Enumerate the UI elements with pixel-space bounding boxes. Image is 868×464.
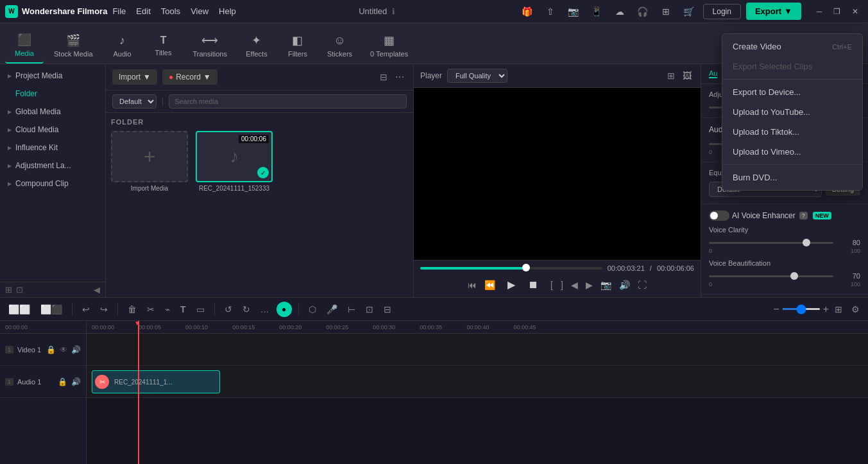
tl-split-button[interactable]: ⬜⬛	[37, 302, 65, 316]
tl-split2-button[interactable]: ⊢	[345, 302, 359, 316]
tl-speed-button[interactable]: ⌁	[162, 302, 173, 316]
toolbar-transitions[interactable]: ⟷ Transitions	[185, 28, 235, 64]
tl-zoom-slider[interactable]	[782, 308, 821, 310]
fullscreen-button[interactable]: ⛶	[636, 278, 649, 292]
sidebar-item-project-media[interactable]: ▶ Project Media	[0, 67, 105, 85]
panel-view-icon[interactable]: ⊡	[16, 285, 23, 295]
dd-create-video[interactable]: Create Video Ctrl+E	[722, 37, 862, 56]
menu-view[interactable]: View	[191, 6, 208, 16]
export-button[interactable]: Export ▼	[746, 3, 801, 20]
track-audio-lock-icon[interactable]: 🔒	[58, 377, 67, 386]
cloud-icon[interactable]: ☁	[611, 3, 629, 21]
media-filter-icon[interactable]: ⊟	[377, 69, 390, 85]
snapshot-button[interactable]: 📷	[599, 278, 613, 292]
record-button[interactable]: ● Record ▼	[162, 69, 217, 85]
tl-marker-button[interactable]: ⬡	[305, 302, 319, 316]
toolbar-stickers[interactable]: ☺ Stickers	[319, 28, 360, 64]
tl-subtitle-button[interactable]: ⊟	[380, 302, 395, 316]
mobile-icon[interactable]: 📱	[588, 3, 606, 21]
tl-delete-button[interactable]: 🗑	[124, 302, 140, 316]
sidebar-item-cloud-media[interactable]: ▶ Cloud Media	[0, 121, 105, 139]
dd-upload-vimeo[interactable]: Upload to Vimeo...	[722, 142, 862, 162]
sidebar-item-folder[interactable]: Folder	[0, 85, 105, 103]
sidebar-item-influence-kit[interactable]: ▶ Influence Kit	[0, 139, 105, 157]
voice-clarity-slider[interactable]	[709, 242, 833, 244]
prev-clip-button[interactable]: ◀	[569, 278, 580, 292]
mark-out-button[interactable]: ]	[559, 278, 565, 292]
prev-frame-button[interactable]: ⏮	[466, 278, 479, 292]
tl-pip-button[interactable]: ⊡	[362, 302, 377, 316]
menu-help[interactable]: Help	[219, 6, 236, 16]
tl-grid-toggle-button[interactable]: ⊞	[831, 302, 846, 316]
tl-crop-button[interactable]: ▭	[193, 302, 208, 316]
minimize-button[interactable]: ─	[812, 4, 827, 19]
progress-handle[interactable]	[522, 264, 530, 271]
tl-record-circle[interactable]: ●	[277, 302, 292, 317]
tl-text-button[interactable]: T	[177, 302, 189, 316]
play-button[interactable]: ▶	[505, 276, 518, 293]
tl-zoom-in-button[interactable]: +	[823, 304, 829, 315]
tl-flip-button[interactable]: ↻	[239, 302, 253, 316]
menu-file[interactable]: File	[112, 6, 126, 16]
rp-tab-au[interactable]: Au	[709, 69, 717, 78]
gift-icon[interactable]: 🎁	[518, 3, 536, 21]
player-progress-bar[interactable]	[420, 267, 602, 270]
toolbar-templates[interactable]: ▦ 0 Templates	[362, 28, 416, 64]
panel-collapse-icon[interactable]: ◀	[94, 285, 100, 295]
next-clip-button[interactable]: ▶	[584, 278, 595, 292]
login-button[interactable]: Login	[703, 4, 741, 19]
tl-zoom-out-button[interactable]: −	[773, 304, 779, 315]
audio-button[interactable]: 🔊	[617, 278, 632, 292]
headphone-icon[interactable]: 🎧	[634, 3, 652, 21]
dd-upload-youtube[interactable]: Upload to YouTube...	[722, 102, 862, 122]
tl-redo-button[interactable]: ↪	[97, 302, 111, 316]
image-view-button[interactable]: 🖼	[680, 68, 694, 83]
add-media-button[interactable]: +	[111, 131, 188, 182]
step-back-button[interactable]: ⏪	[482, 278, 497, 292]
toolbar-audio[interactable]: ♪ Audio	[103, 28, 142, 64]
tl-undo-button[interactable]: ↩	[79, 302, 93, 316]
dd-burn-dvd[interactable]: Burn DVD...	[722, 168, 862, 187]
menu-tools[interactable]: Tools	[161, 6, 180, 16]
quality-select[interactable]: Full Quality	[447, 69, 507, 83]
close-button[interactable]: ✕	[847, 4, 863, 19]
mark-in-button[interactable]: [	[549, 278, 555, 292]
panel-add-icon[interactable]: ⊞	[5, 285, 12, 295]
share-icon[interactable]: ⇧	[541, 3, 559, 21]
restore-button[interactable]: ❐	[830, 4, 845, 19]
tl-cut-button[interactable]: ✂	[144, 302, 158, 316]
media-item-rec[interactable]: ♪ 00:00:06 ✓ REC_20241111_152333	[196, 131, 273, 192]
toolbar-filters[interactable]: ◧ Filters	[278, 28, 317, 64]
track-mute-icon[interactable]: 🔊	[71, 345, 81, 354]
sidebar-item-compound-clip[interactable]: ▶ Compound Clip	[0, 175, 105, 193]
toolbar-titles[interactable]: T Titles	[144, 28, 183, 64]
media-more-icon[interactable]: ⋯	[393, 69, 407, 85]
dd-export-device[interactable]: Export to Device...	[722, 82, 862, 102]
cart-icon[interactable]: 🛒	[680, 3, 698, 21]
toolbar-effects[interactable]: ✦ Effects	[237, 28, 276, 64]
menu-edit[interactable]: Edit	[136, 6, 150, 16]
audio-clip[interactable]: ✂ REC_20241111_1...	[92, 370, 220, 393]
stop-button[interactable]: ⏹	[525, 277, 541, 293]
tl-voiceover-button[interactable]: 🎤	[323, 302, 341, 316]
grid-view-button[interactable]: ⊞	[665, 68, 677, 83]
media-sort-select[interactable]: Default	[112, 94, 157, 108]
import-media-thumb[interactable]: + Import Media	[111, 131, 188, 192]
search-input[interactable]	[169, 94, 407, 108]
ai-voice-toggle[interactable]	[709, 211, 729, 221]
tl-rotate-button[interactable]: ↺	[221, 302, 235, 316]
track-audio-mute-icon[interactable]: 🔊	[71, 377, 81, 386]
toolbar-media[interactable]: ⬛ Media	[5, 28, 44, 64]
toolbar-stock-media[interactable]: 🎬 Stock Media	[46, 28, 101, 64]
track-row-audio1[interactable]: ✂ REC_20241111_1...	[87, 366, 868, 398]
import-button[interactable]: Import ▼	[112, 69, 157, 85]
sidebar-item-global-media[interactable]: ▶ Global Media	[0, 103, 105, 121]
track-eye-icon[interactable]: 👁	[60, 345, 67, 354]
tl-add-track-button[interactable]: ⬜⬜	[5, 302, 33, 316]
track-lock-icon[interactable]: 🔒	[46, 345, 56, 354]
voice-beautification-slider[interactable]	[709, 275, 833, 277]
grid-icon[interactable]: ⊞	[657, 3, 675, 21]
dd-upload-tiktok[interactable]: Upload to Tiktok...	[722, 122, 862, 142]
camera-icon[interactable]: 📷	[565, 3, 583, 21]
sidebar-item-adjustment[interactable]: ▶ Adjustment La...	[0, 157, 105, 175]
